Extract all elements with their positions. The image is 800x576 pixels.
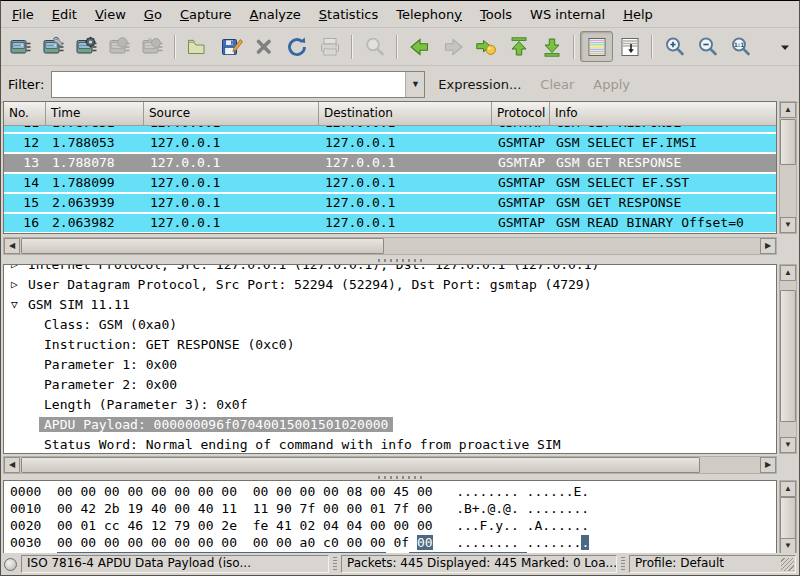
detail-line[interactable]: Instruction: GET RESPONSE (0xc0) <box>4 335 776 355</box>
expression-button[interactable]: Expression... <box>432 75 527 94</box>
colorize-packet-list-button[interactable] <box>580 31 613 62</box>
scroll-right-arrow[interactable]: ▶ <box>760 238 776 254</box>
menu-view[interactable]: View <box>86 4 135 25</box>
menu-go[interactable]: Go <box>135 4 171 25</box>
menu-statistics[interactable]: Statistics <box>310 4 387 25</box>
pane-splitter-upper[interactable] <box>1 257 799 264</box>
expander-right-icon[interactable]: ▷ <box>11 275 18 295</box>
toolbar-overflow-button[interactable] <box>774 31 796 62</box>
packet-row-14[interactable]: 141.788099127.0.0.1127.0.0.1GSMTAPGSM SE… <box>4 174 776 194</box>
column-header-time[interactable]: Time <box>46 102 144 126</box>
auto-scroll-live-capture-button[interactable] <box>613 31 646 62</box>
detail-line[interactable]: APDU Payload: 000000096f0704001500150102… <box>4 415 776 435</box>
detail-line-clipped[interactable]: ▷Internet Protocol, Src: 127.0.0.1 (127.… <box>4 265 776 275</box>
expander-right-icon[interactable]: ▷ <box>11 265 18 275</box>
column-header-no[interactable]: No. <box>4 102 46 126</box>
back-icon <box>408 35 432 59</box>
go-to-packet-button[interactable] <box>469 31 502 62</box>
window-resize-grip[interactable] <box>781 558 794 571</box>
toolbar-separator <box>174 35 176 59</box>
reload-capture-file-button[interactable] <box>280 31 313 62</box>
packet-list-vscrollbar[interactable]: ▲ ▼ <box>779 101 797 234</box>
detail-line[interactable]: ▷User Datagram Protocol, Src Port: 52294… <box>4 275 776 295</box>
scroll-right-arrow[interactable]: ▶ <box>760 457 776 473</box>
open-capture-file-button[interactable] <box>181 31 214 62</box>
filter-dropdown-button[interactable]: ▼ <box>405 72 424 97</box>
detail-line[interactable]: Class: GSM (0xa0) <box>4 315 776 335</box>
scrollbar-thumb[interactable] <box>780 290 796 422</box>
expander-down-icon[interactable]: ▽ <box>11 295 18 315</box>
detail-text: Parameter 2: 0x00 <box>44 377 177 392</box>
filter-input[interactable] <box>52 72 405 97</box>
detail-line[interactable]: Length (Parameter 3): 0x0f <box>4 395 776 415</box>
menu-ws-internal[interactable]: WS internal <box>521 4 614 25</box>
clear-button[interactable]: Clear <box>534 75 580 94</box>
cell-info: GSM SELECT EF.IMSI <box>550 134 776 152</box>
packet-row-11[interactable]: 111.787851127.0.0.1127.0.0.1GSMTAPGSM GE… <box>4 126 776 134</box>
menu-edit[interactable]: Edit <box>43 4 86 25</box>
details-hscrollbar[interactable]: ◀ ▶ <box>3 456 777 474</box>
detail-line[interactable]: ▽GSM SIM 11.11 <box>4 295 776 315</box>
packet-row-12[interactable]: 121.788053127.0.0.1127.0.0.1GSMTAPGSM SE… <box>4 134 776 154</box>
menu-capture[interactable]: Capture <box>171 4 241 25</box>
menu-file[interactable]: File <box>3 4 43 25</box>
column-header-info[interactable]: Info <box>550 102 776 126</box>
start-capture-button[interactable] <box>70 31 103 62</box>
status-section-handle[interactable] <box>621 557 625 571</box>
apply-button[interactable]: Apply <box>587 75 636 94</box>
scroll-left-arrow[interactable]: ◀ <box>4 238 20 254</box>
column-header-source[interactable]: Source <box>144 102 319 126</box>
packet-row-clipped[interactable]: 111.787851127.0.0.1127.0.0.1GSMTAPGSM GE… <box>4 126 776 134</box>
print-packets-button[interactable] <box>313 31 346 62</box>
packet-row-16[interactable]: 162.063982127.0.0.1127.0.0.1GSMTAPGSM RE… <box>4 214 776 234</box>
go-forward-button[interactable] <box>436 31 469 62</box>
restart-capture-button[interactable] <box>136 31 169 62</box>
scroll-up-arrow[interactable]: ▲ <box>780 265 796 281</box>
detail-line[interactable]: Status Word: Normal ending of command wi… <box>4 435 776 454</box>
menu-tools[interactable]: Tools <box>471 4 521 25</box>
hex-row-0000[interactable]: 0000 00 00 00 00 00 00 00 00 00 00 00 00… <box>10 483 776 500</box>
find-packet-button[interactable] <box>358 31 391 62</box>
go-back-button[interactable] <box>403 31 436 62</box>
status-field-info: ISO 7816-4 APDU Data Payload (iso... <box>21 555 329 573</box>
packet-row-15[interactable]: 152.063939127.0.0.1127.0.0.1GSMTAPGSM GE… <box>4 194 776 214</box>
scrollbar-thumb[interactable] <box>780 119 796 165</box>
scrollbar-thumb[interactable] <box>780 497 796 539</box>
bytes-vscrollbar[interactable]: ▲ ▼ <box>779 480 797 555</box>
zoom-out-button[interactable] <box>691 31 724 62</box>
scrollbar-thumb[interactable] <box>21 457 700 473</box>
capture-options-button[interactable] <box>37 31 70 62</box>
menu-help[interactable]: Help <box>614 4 662 25</box>
scroll-down-arrow[interactable]: ▼ <box>780 217 796 233</box>
scroll-down-arrow[interactable]: ▼ <box>780 437 796 453</box>
save-capture-file-button[interactable] <box>214 31 247 62</box>
hex-row-0020[interactable]: 0020 00 01 cc 46 12 79 00 2e fe 41 02 04… <box>10 517 776 534</box>
zoom-normal-size-button[interactable]: 1:1 <box>724 31 757 62</box>
packet-row-13[interactable]: 131.788078127.0.0.1127.0.0.1GSMTAPGSM GE… <box>4 154 776 174</box>
close-capture-file-button[interactable] <box>247 31 280 62</box>
scroll-left-arrow[interactable]: ◀ <box>4 457 20 473</box>
column-header-destination[interactable]: Destination <box>319 102 492 126</box>
scroll-up-arrow[interactable]: ▲ <box>780 481 796 497</box>
menu-telephony[interactable]: Telephony <box>387 4 471 25</box>
go-to-last-packet-button[interactable] <box>535 31 568 62</box>
detail-line[interactable]: ▷Internet Protocol, Src: 127.0.0.1 (127.… <box>4 265 776 275</box>
hex-row-0030[interactable]: 0030 00 00 00 00 00 00 00 00 00 00 a0 c0… <box>10 534 776 551</box>
detail-line[interactable]: Parameter 2: 0x00 <box>4 375 776 395</box>
hex-row-0010[interactable]: 0010 00 42 2b 19 40 00 40 11 11 90 7f 00… <box>10 500 776 517</box>
packet-list-hscrollbar[interactable]: ◀ ▶ <box>3 237 777 255</box>
expert-info-indicator-icon[interactable] <box>4 558 17 571</box>
go-to-first-packet-button[interactable] <box>502 31 535 62</box>
details-vscrollbar[interactable]: ▲ ▼ <box>779 264 797 454</box>
scrollbar-thumb[interactable] <box>21 238 384 254</box>
status-section-handle[interactable] <box>333 557 337 571</box>
stop-capture-button[interactable] <box>103 31 136 62</box>
scroll-up-arrow[interactable]: ▲ <box>780 102 796 118</box>
save-icon <box>219 35 243 59</box>
column-header-protocol[interactable]: Protocol <box>492 102 550 126</box>
detail-line[interactable]: Parameter 1: 0x00 <box>4 355 776 375</box>
list-interfaces-button[interactable] <box>4 31 37 62</box>
menu-analyze[interactable]: Analyze <box>241 4 310 25</box>
zoom-in-button[interactable] <box>658 31 691 62</box>
scroll-down-arrow[interactable]: ▼ <box>780 538 796 554</box>
